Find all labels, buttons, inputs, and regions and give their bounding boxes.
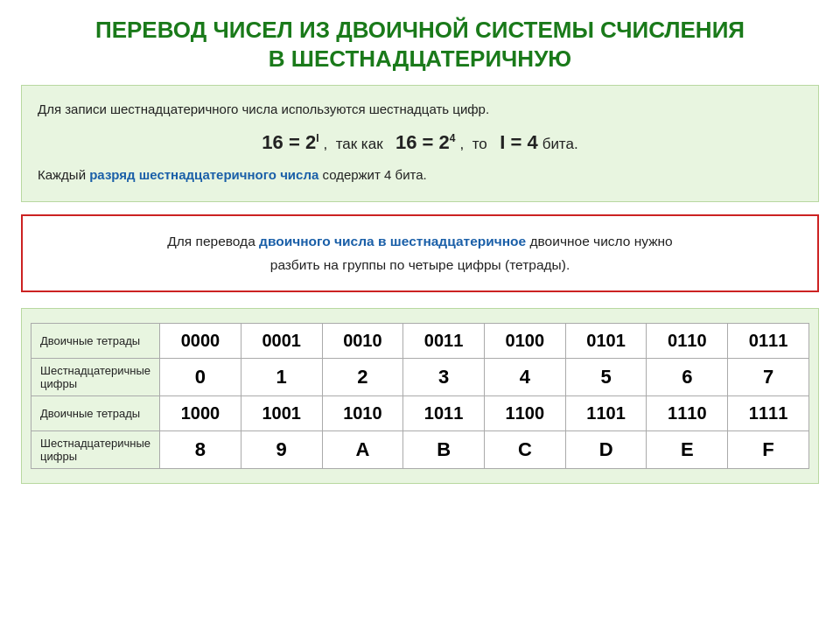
cell-b1-6: 0101	[565, 324, 647, 359]
formula-line: 16 = 2I , так как 16 = 24 , то I = 4 бит…	[38, 126, 802, 158]
cell-b2-8: 1111	[728, 396, 809, 431]
cell-h1-6: 5	[565, 359, 647, 396]
cell-b1-1: 0000	[160, 324, 242, 359]
cell-h1-7: 6	[647, 359, 728, 396]
conversion-table: Двоичные тетрады 0000 0001 0010 0011 010…	[31, 323, 809, 469]
red-box: Для перевода двоичного числа в шестнадца…	[21, 214, 819, 292]
cell-b1-4: 0011	[403, 324, 485, 359]
table-row: Шестнадцатеричные цифры 8 9 A B C D E F	[32, 431, 809, 469]
row1-header: Двоичные тетрады	[32, 324, 160, 359]
cell-b2-5: 1100	[484, 396, 565, 431]
page-title: ПЕРЕВОД ЧИСЕЛ ИЗ ДВОИЧНОЙ СИСТЕМЫ СЧИСЛЕ…	[21, 16, 819, 73]
cell-b2-2: 1001	[241, 396, 322, 431]
intro-line1: Для записи шестнадцатеричного числа испо…	[38, 98, 802, 121]
cell-h1-2: 1	[241, 359, 322, 396]
cell-h1-5: 4	[484, 359, 565, 396]
row4-header: Шестнадцатеричные цифры	[32, 431, 160, 469]
table-row: Шестнадцатеричные цифры 0 1 2 3 4 5 6 7	[32, 359, 809, 396]
cell-h1-3: 2	[322, 359, 403, 396]
cell-h1-8: 7	[728, 359, 809, 396]
cell-b1-2: 0001	[241, 324, 322, 359]
row3-header: Двоичные тетрады	[32, 396, 160, 431]
table-section: Двоичные тетрады 0000 0001 0010 0011 010…	[21, 308, 819, 484]
table-row: Двоичные тетрады 1000 1001 1010 1011 110…	[32, 396, 809, 431]
cell-h2-1: 8	[160, 431, 242, 469]
cell-b1-7: 0110	[647, 324, 728, 359]
cell-b1-3: 0010	[322, 324, 403, 359]
intro-line3: Каждый разряд шестнадцатеричного числа с…	[38, 164, 802, 186]
red-box-line2: разбить на группы по четыре цифры (тетра…	[270, 257, 570, 272]
cell-b1-8: 0111	[728, 324, 809, 359]
cell-h1-4: 3	[403, 359, 485, 396]
cell-h2-4: B	[403, 431, 485, 469]
row2-header: Шестнадцатеричные цифры	[32, 359, 160, 396]
table-row: Двоичные тетрады 0000 0001 0010 0011 010…	[32, 324, 809, 359]
cell-b2-3: 1010	[322, 396, 403, 431]
cell-b2-7: 1110	[647, 396, 728, 431]
cell-b1-5: 0100	[484, 324, 565, 359]
cell-b2-4: 1011	[403, 396, 485, 431]
title-line1: ПЕРЕВОД ЧИСЕЛ ИЗ ДВОИЧНОЙ СИСТЕМЫ СЧИСЛЕ…	[95, 17, 745, 43]
cell-h2-5: C	[484, 431, 565, 469]
cell-b2-6: 1101	[565, 396, 647, 431]
title-line2: В ШЕСТНАДЦАТЕРИЧНУЮ	[269, 46, 571, 72]
cell-h2-2: 9	[241, 431, 322, 469]
cell-h2-7: E	[647, 431, 728, 469]
cell-h1-1: 0	[160, 359, 242, 396]
intro-box: Для записи шестнадцатеричного числа испо…	[21, 85, 819, 202]
cell-h2-3: A	[322, 431, 403, 469]
cell-h2-6: D	[565, 431, 647, 469]
cell-b2-1: 1000	[160, 396, 242, 431]
cell-h2-8: F	[728, 431, 809, 469]
